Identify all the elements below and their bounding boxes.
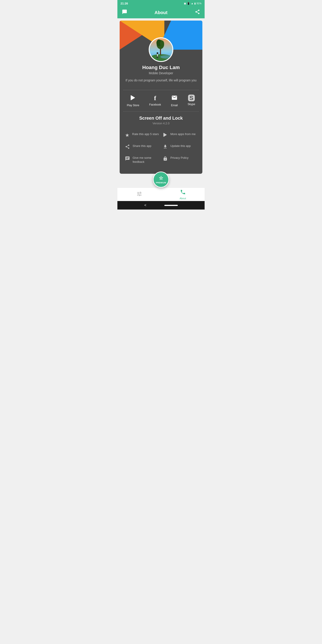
playstore-icon [130, 94, 136, 102]
action-rate-label: Rate this app 5 stars [132, 132, 159, 136]
lock-icon [163, 156, 168, 162]
action-privacy-label: Privacy Policy [170, 156, 188, 160]
app-info: Screen Off and Lock Version 4.2.0 [120, 112, 202, 127]
app-bar: About [118, 7, 204, 18]
action-share-label: Share this app [132, 144, 152, 148]
chat-icon[interactable] [121, 9, 128, 16]
profile-title: Mobile Developer [124, 71, 198, 75]
action-more-apps-label: More apps from me [170, 132, 196, 136]
svg-point-6 [160, 40, 164, 46]
status-bar: 21:26 ▣ 📳 ▲ ▮ 91% [118, 0, 204, 7]
social-label-skype: Skype [188, 103, 195, 106]
svg-rect-9 [157, 56, 158, 58]
share-icon[interactable] [194, 9, 201, 16]
settings-nav-icon [136, 191, 142, 198]
star-icon: ★ [125, 132, 130, 138]
fab-container: ☆ PREMIUM [118, 172, 204, 188]
profile-name: Hoang Duc Lam [124, 64, 198, 70]
premium-fab[interactable]: ☆ PREMIUM [153, 172, 169, 188]
page-title: About [128, 10, 194, 15]
action-rate[interactable]: ★ Rate this app 5 stars [123, 130, 161, 141]
signal-icon: ▣ [184, 2, 186, 5]
action-grid: ★ Rate this app 5 stars More apps from m… [120, 127, 202, 169]
android-nav-bar: < [118, 201, 204, 210]
share-action-icon [125, 144, 130, 150]
app-name: Screen Off and Lock [124, 116, 198, 121]
home-pill[interactable] [164, 205, 178, 206]
download-icon [163, 144, 168, 150]
nav-item-settings[interactable] [118, 191, 161, 198]
app-version: Version 4.2.0 [124, 122, 198, 125]
action-update-label: Update this app [170, 144, 191, 148]
battery-percent: 91% [196, 2, 202, 5]
vibrate-icon: 📳 [187, 2, 190, 5]
about-nav-icon [180, 189, 186, 196]
status-time: 21:26 [120, 2, 128, 5]
social-label-email: Email [171, 104, 178, 107]
profile-card: Hoang Duc Lam Mobile Developer If you do… [120, 20, 202, 174]
divider-bottom [123, 111, 199, 112]
svg-rect-8 [157, 54, 158, 56]
svg-point-7 [157, 52, 158, 54]
feedback-icon [125, 156, 130, 162]
avatar [149, 37, 173, 62]
about-nav-label: About [180, 197, 186, 200]
svg-rect-10 [158, 56, 158, 58]
action-feedback[interactable]: Give me some feedback [123, 153, 161, 166]
avatar-wrapper [120, 37, 202, 62]
social-label-playstore: Play Store [127, 104, 139, 107]
premium-star-icon: ☆ [159, 175, 164, 181]
premium-label: PREMIUM [156, 182, 166, 184]
battery-icon: ▮ [194, 2, 196, 5]
back-button[interactable]: < [144, 203, 146, 207]
profile-quote: If you do not program yourself, life wil… [124, 78, 198, 83]
bottom-nav: About [118, 188, 204, 201]
action-feedback-label: Give me some feedback [132, 156, 159, 164]
social-links: Play Store f Facebook Email S Skype [120, 91, 202, 110]
svg-point-2 [160, 55, 172, 58]
action-more-apps[interactable]: More apps from me [161, 130, 199, 141]
status-icons: ▣ 📳 ▲ ▮ 91% [184, 2, 202, 5]
playstore-action-icon [163, 132, 168, 139]
social-item-playstore[interactable]: Play Store [127, 94, 139, 107]
action-share[interactable]: Share this app [123, 141, 161, 153]
social-item-skype[interactable]: S Skype [188, 94, 195, 107]
profile-info: Hoang Duc Lam Mobile Developer If you do… [120, 62, 202, 89]
wifi-icon: ▲ [191, 2, 194, 5]
social-item-email[interactable]: Email [171, 94, 178, 107]
email-icon [171, 94, 178, 102]
action-privacy[interactable]: Privacy Policy [161, 153, 199, 166]
skype-icon: S [188, 94, 195, 101]
action-update[interactable]: Update this app [161, 141, 199, 153]
social-label-facebook: Facebook [149, 103, 161, 106]
nav-item-about[interactable]: About [161, 189, 204, 200]
social-item-facebook[interactable]: f Facebook [149, 94, 161, 107]
facebook-icon: f [154, 94, 156, 102]
